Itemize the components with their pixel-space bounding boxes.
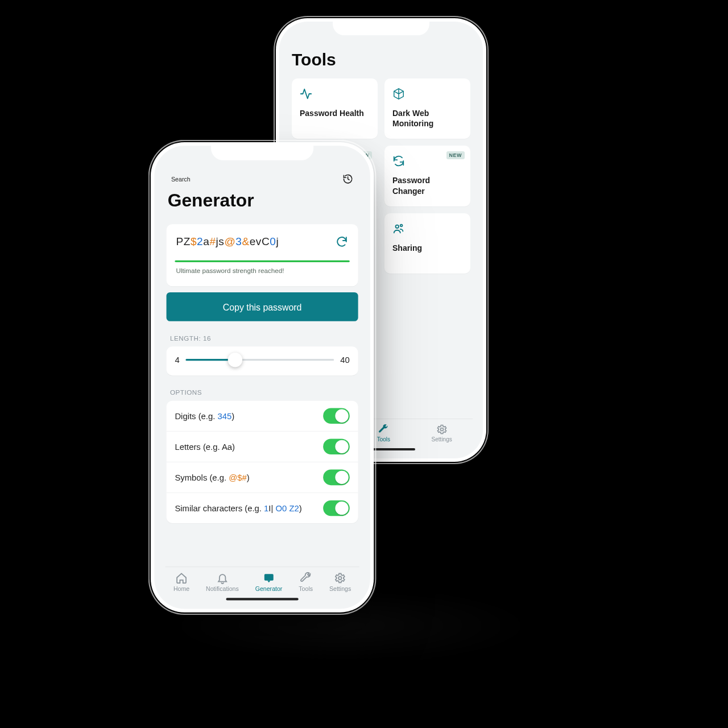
- tool-sharing[interactable]: Sharing: [384, 213, 470, 274]
- status-search-label: Search: [171, 176, 191, 183]
- bell-icon: [216, 572, 228, 584]
- length-slider[interactable]: [185, 354, 334, 366]
- tab-label: Notifications: [206, 585, 239, 592]
- svg-point-5: [338, 577, 341, 580]
- status-bar: Search: [165, 173, 359, 188]
- copy-password-button[interactable]: Copy this password: [167, 292, 358, 321]
- status-icons: [342, 173, 353, 184]
- tab-label: Home: [173, 585, 189, 592]
- new-badge: NEW: [446, 151, 465, 159]
- home-indicator[interactable]: [226, 598, 299, 600]
- option-toggle[interactable]: [323, 470, 350, 486]
- password-card: PZ$2a#js@3&evC0j Ultimate password stren…: [167, 224, 358, 286]
- strength-meter: [175, 260, 349, 262]
- option-toggle[interactable]: [323, 439, 350, 455]
- generated-password: PZ$2a#js@3&evC0j: [176, 235, 279, 248]
- gear-icon: [334, 572, 346, 584]
- tab-label: Settings: [432, 436, 452, 442]
- tool-password-changer[interactable]: NEW Password Changer: [384, 146, 470, 206]
- tab-label: Generator: [255, 585, 283, 592]
- svg-rect-4: [264, 574, 274, 580]
- option-label: Letters (e.g. Aa): [175, 442, 235, 452]
- tool-label: Sharing: [392, 243, 462, 253]
- svg-point-3: [440, 428, 443, 431]
- option-label: Symbols (e.g. @$#): [175, 473, 249, 482]
- tab-label: Tools: [299, 585, 313, 592]
- strength-caption: Ultimate password strength reached!: [176, 267, 349, 274]
- tab-home[interactable]: Home: [173, 572, 189, 592]
- option-row: Symbols (e.g. @$#): [167, 462, 358, 493]
- wrench-icon: [378, 424, 389, 435]
- gear-icon: [436, 424, 448, 435]
- tool-dark-web[interactable]: Dark Web Monitoring: [384, 78, 470, 139]
- option-toggle[interactable]: [323, 408, 350, 424]
- notch: [211, 142, 313, 160]
- page-title: Generator: [168, 191, 357, 211]
- option-label: Similar characters (e.g. 1I| O0 Z2): [175, 503, 301, 513]
- option-row: Digits (e.g. 345): [167, 401, 358, 431]
- notch: [333, 18, 429, 35]
- length-max: 40: [340, 355, 350, 365]
- option-row: Similar characters (e.g. 1I| O0 Z2): [167, 493, 358, 523]
- svg-point-1: [400, 224, 403, 226]
- option-row: Letters (e.g. Aa): [167, 431, 358, 462]
- tab-generator[interactable]: Generator: [255, 572, 283, 592]
- tab-notifications[interactable]: Notifications: [206, 572, 239, 592]
- tab-label: Settings: [329, 585, 351, 592]
- chat-icon: [263, 572, 275, 584]
- regenerate-icon[interactable]: [335, 235, 348, 248]
- length-card: 4 40: [167, 346, 358, 375]
- tab-tools[interactable]: Tools: [299, 572, 313, 592]
- tab-settings[interactable]: Settings: [329, 572, 351, 592]
- tool-label: Dark Web Monitoring: [392, 108, 462, 129]
- home-icon: [175, 572, 187, 584]
- options-label: OPTIONS: [170, 389, 354, 396]
- tool-label: Password Health: [300, 108, 370, 118]
- options-list: Digits (e.g. 345)Letters (e.g. Aa)Symbol…: [167, 401, 358, 523]
- option-toggle[interactable]: [323, 500, 350, 516]
- option-label: Digits (e.g. 345): [175, 411, 234, 421]
- wrench-icon: [300, 572, 312, 584]
- cube-icon: [392, 88, 462, 100]
- svg-point-0: [396, 225, 399, 228]
- activity-icon: [300, 88, 370, 100]
- history-icon[interactable]: [342, 173, 353, 184]
- tool-password-health[interactable]: Password Health: [292, 78, 378, 139]
- tab-settings[interactable]: Settings: [432, 424, 452, 442]
- phone-generator: Search Generator PZ$2a#js@3&evC0j Ultima…: [151, 142, 374, 613]
- people-icon: [392, 222, 462, 235]
- tab-tools[interactable]: Tools: [377, 424, 390, 442]
- tool-label: Password Changer: [392, 175, 462, 196]
- length-label: LENGTH: 16: [170, 334, 354, 342]
- page-title: Tools: [292, 50, 470, 69]
- tab-bar: HomeNotificationsGeneratorToolsSettings: [165, 566, 359, 594]
- length-min: 4: [175, 355, 179, 365]
- tab-label: Tools: [377, 436, 390, 442]
